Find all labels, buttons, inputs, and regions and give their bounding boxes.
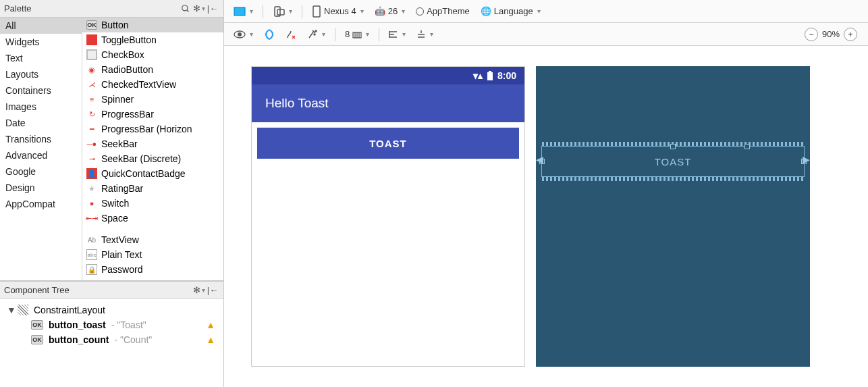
guideline-button[interactable]: ▾: [412, 28, 437, 41]
device-selector[interactable]: Nexus 4▾: [308, 4, 368, 19]
android-icon: 🤖: [375, 6, 385, 16]
left-panel: Palette ✻▾ |← All Widgets Text Layouts C…: [0, 0, 224, 387]
palette-widget-quickcontactbadge[interactable]: 👤QuickContactBadge: [82, 166, 223, 181]
api-selector[interactable]: 🤖 26▾: [371, 5, 409, 18]
infer-constraints-button[interactable]: ▾: [303, 28, 329, 41]
palette-category-layouts[interactable]: Layouts: [0, 66, 82, 82]
palette-category-transitions[interactable]: Transitions: [0, 131, 82, 147]
app-bar: Hello Toast: [252, 84, 524, 122]
palette-widget-spinner[interactable]: ≡Spinner: [82, 92, 223, 107]
palette-widget-radiobutton[interactable]: ◉RadioButton: [82, 62, 223, 77]
palette-widget-progressbar[interactable]: ↻ProgressBar: [82, 107, 223, 122]
globe-icon: 🌐: [481, 6, 491, 16]
component-tree-header: Component Tree ✻▾ |←: [0, 281, 223, 299]
zoom-value: 90%: [822, 29, 840, 39]
palette-category-design[interactable]: Design: [0, 180, 82, 196]
app-title: Hello Toast: [265, 96, 329, 111]
svg-rect-6: [313, 6, 320, 17]
clear-constraints-button[interactable]: [281, 28, 300, 41]
palette-category-text[interactable]: Text: [0, 50, 82, 66]
tree-item-button-count[interactable]: OK button_count - "Count" ▲: [3, 332, 221, 347]
palette-title: Palette: [4, 3, 31, 14]
gear-icon[interactable]: ✻▾: [192, 2, 206, 16]
autoconnect-button[interactable]: [260, 28, 279, 41]
search-icon[interactable]: [179, 2, 192, 16]
align-button[interactable]: ▾: [385, 28, 410, 41]
locale-selector[interactable]: 🌐 Language▾: [477, 5, 545, 18]
palette-category-appcompat[interactable]: AppCompat: [0, 196, 82, 212]
component-tree: ▼ ConstraintLayout OK button_toast - "To…: [0, 299, 223, 387]
battery-icon: [487, 71, 493, 80]
theme-selector[interactable]: AppTheme: [412, 5, 474, 18]
svg-point-12: [314, 34, 315, 35]
config-toolbar: ▾ ▾ Nexus 4▾ 🤖 26▾ AppTheme 🌐 Language▾: [224, 0, 868, 23]
palette-category-date[interactable]: Date: [0, 115, 82, 131]
palette-category-advanced[interactable]: Advanced: [0, 147, 82, 163]
palette-category-images[interactable]: Images: [0, 99, 82, 115]
wifi-icon: ▾▴: [473, 70, 483, 81]
constraint-arrow-left: ◀: [536, 154, 543, 165]
svg-rect-24: [487, 72, 493, 80]
palette-widget-seekbar-d[interactable]: ⊸SeekBar (Discrete): [82, 151, 223, 166]
palette-header: Palette ✻▾ |←: [0, 0, 223, 18]
palette-category-list: All Widgets Text Layouts Containers Imag…: [0, 18, 82, 280]
palette-widget-list: OKButton ToggleButton CheckBox ◉RadioBut…: [82, 18, 223, 280]
tree-item-button-toast[interactable]: OK button_toast - "Toast" ▲: [3, 317, 221, 332]
palette-widget-password[interactable]: 🔒Password: [82, 262, 223, 277]
blueprint-view[interactable]: TOAST ◀ ▶: [536, 66, 810, 367]
svg-rect-25: [489, 71, 491, 72]
collapse-icon[interactable]: |←: [206, 283, 219, 296]
palette-widget-plaintext[interactable]: abcPlain Text: [82, 247, 223, 262]
palette-widget-togglebutton[interactable]: ToggleButton: [82, 32, 223, 47]
zoom-in-button[interactable]: +: [844, 28, 857, 41]
svg-point-0: [182, 5, 188, 10]
design-canvas[interactable]: ▾▴ 8:00 Hello Toast TOAST TOAST ◀ ▶: [224, 46, 868, 387]
zoom-out-button[interactable]: −: [805, 28, 818, 41]
palette-category-widgets[interactable]: Widgets: [0, 34, 82, 50]
chevron-down-icon[interactable]: ▼: [7, 305, 15, 315]
view-mode-button[interactable]: ▾: [229, 28, 257, 41]
svg-point-8: [238, 32, 242, 36]
theme-icon: [416, 7, 424, 16]
warning-icon[interactable]: ▲: [206, 319, 215, 330]
palette-widget-button[interactable]: OKButton: [82, 18, 223, 32]
svg-rect-2: [234, 7, 245, 16]
tree-root[interactable]: ▼ ConstraintLayout: [3, 303, 221, 317]
palette-widget-seekbar[interactable]: ─●SeekBar: [82, 136, 223, 151]
zoom-controls: − 90% +: [805, 28, 863, 41]
svg-point-11: [315, 30, 317, 32]
palette-category-all[interactable]: All: [0, 18, 82, 34]
component-tree-title: Component Tree: [4, 285, 70, 295]
palette-widget-space[interactable]: ⇤⇥Space: [82, 211, 223, 226]
constraint-handle-top[interactable]: [670, 144, 676, 149]
palette-widget-checkbox[interactable]: CheckBox: [82, 47, 223, 62]
button-toast-blueprint[interactable]: TOAST: [541, 146, 805, 177]
design-surface-button[interactable]: ▾: [229, 4, 257, 19]
constraint-handle-top-2[interactable]: [744, 144, 750, 149]
design-area: ▾ ▾ Nexus 4▾ 🤖 26▾ AppTheme 🌐 Language▾ …: [224, 0, 868, 387]
palette-body: All Widgets Text Layouts Containers Imag…: [0, 18, 223, 281]
gear-icon[interactable]: ✻▾: [192, 283, 206, 296]
button-toast-preview[interactable]: TOAST: [257, 128, 519, 159]
default-margin-button[interactable]: 8 ▾: [341, 28, 373, 41]
palette-category-containers[interactable]: Containers: [0, 82, 82, 99]
palette-widget-ratingbar[interactable]: ★RatingBar: [82, 181, 223, 196]
design-preview[interactable]: ▾▴ 8:00 Hello Toast TOAST: [251, 66, 525, 367]
palette-widget-textview[interactable]: AbTextView: [82, 232, 223, 247]
design-toolbar: ▾ ▾ 8 ▾ ▾ ▾ − 90% +: [224, 23, 868, 46]
svg-rect-5: [277, 9, 284, 15]
warning-icon[interactable]: ▲: [206, 334, 215, 345]
palette-category-google[interactable]: Google: [0, 163, 82, 180]
clock-label: 8:00: [497, 70, 516, 81]
palette-widget-switch[interactable]: ●Switch: [82, 196, 223, 211]
status-bar: ▾▴ 8:00: [252, 67, 524, 84]
svg-line-1: [187, 9, 189, 11]
palette-widget-progressbar-h[interactable]: ━ProgressBar (Horizon: [82, 122, 223, 136]
palette-widget-checkedtextview[interactable]: ⋌CheckedTextView: [82, 77, 223, 92]
ok-badge-icon: OK: [31, 320, 43, 330]
collapse-icon[interactable]: |←: [206, 2, 219, 16]
constraintlayout-icon: [18, 305, 28, 315]
constraint-arrow-right: ▶: [803, 154, 810, 165]
orientation-button[interactable]: ▾: [269, 4, 296, 19]
ok-badge-icon: OK: [31, 335, 43, 344]
